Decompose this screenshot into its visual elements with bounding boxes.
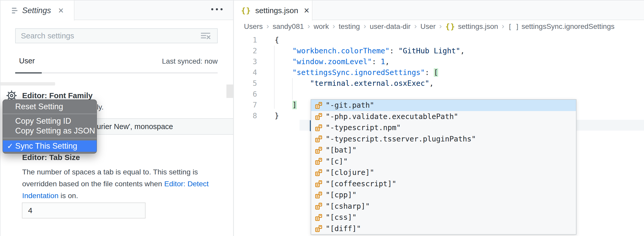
symbol-enum-icon: [315, 191, 326, 199]
menu-item-sync-this-setting[interactable]: ✓Sync This Setting: [3, 140, 97, 152]
suggestion-label: "[bat]": [326, 146, 357, 154]
breadcrumb-separator-icon: ›: [308, 22, 310, 30]
checkmark-icon: ✓: [7, 142, 13, 150]
close-icon[interactable]: ×: [304, 6, 309, 15]
suggestion-label: "-php.validate.executablePath": [326, 112, 458, 121]
menu-item-copy-setting-id[interactable]: Copy Setting ID: [3, 116, 97, 126]
settings-tabbar: Settings ×: [1, 1, 234, 20]
json-braces-icon: {}: [445, 22, 455, 31]
settings-panel: Settings × User: [0, 1, 233, 236]
suggestion-item[interactable]: "-git.path": [311, 100, 576, 111]
active-tab-underline: [15, 72, 42, 73]
breadcrumb-label: testing: [339, 22, 360, 31]
suggestion-item[interactable]: "-php.validate.executablePath": [311, 111, 576, 122]
suggestion-item[interactable]: "-typescript.tsserver.pluginPaths": [311, 133, 576, 145]
symbol-enum-icon: [315, 202, 326, 210]
breadcrumb-label: settings.json: [458, 22, 498, 31]
breadcrumb-item-testing[interactable]: testing: [339, 22, 360, 31]
symbol-enum-icon: [315, 180, 326, 188]
suggestion-label: "[diff]": [326, 224, 361, 233]
breadcrumb-item-users[interactable]: Users: [244, 22, 263, 31]
breadcrumb-item-settings-json[interactable]: {}settings.json: [445, 22, 498, 31]
line-number: 4: [234, 67, 257, 78]
menu-item-label: Copy Setting ID: [15, 116, 71, 126]
scrolled-setting-remnant: [1, 82, 55, 86]
symbol-enum-icon: [315, 157, 326, 165]
breadcrumb-label: User: [420, 22, 436, 31]
tab-settings-json[interactable]: {} settings.json ×: [234, 1, 312, 21]
tab-size-input[interactable]: [22, 203, 146, 218]
sync-status-label: Last synced: now: [162, 57, 218, 65]
font-family-description-fragment: ly.: [97, 103, 104, 111]
line-number: 7: [234, 100, 257, 111]
tab-user-scope[interactable]: User: [19, 57, 35, 65]
breadcrumb-separator-icon: ›: [266, 22, 269, 30]
symbol-enum-icon: [315, 124, 326, 132]
symbol-enum-icon: [315, 214, 326, 221]
tab-size-description: The number of spaces a tab is equal to. …: [22, 166, 209, 201]
suggestion-item[interactable]: "-typescript.npm": [311, 122, 576, 133]
suggestion-label: "[csharp]": [326, 202, 370, 210]
array-brackets-icon: [ ]: [508, 23, 519, 31]
setting-context-menu: Reset SettingCopy Setting IDCopy Setting…: [3, 99, 97, 154]
menu-item-label: Sync This Setting: [15, 141, 77, 151]
settings-scope-row: User Last synced: now: [15, 54, 218, 73]
breadcrumb-item-user[interactable]: User: [420, 22, 436, 31]
suggestion-item[interactable]: "[coffeescript]": [311, 178, 576, 190]
code-line: "window.zoomLevel": 1,: [275, 56, 389, 67]
json-editor-panel: {} settings.json × Users›sandy081›work›t…: [233, 1, 644, 236]
suggestion-label: "[c]": [326, 157, 348, 166]
link-editor-detect-indentation[interactable]: Indentation: [22, 191, 58, 200]
breadcrumb-label: Users: [244, 22, 263, 31]
search-input[interactable]: [16, 29, 217, 43]
settings-search-box: [15, 28, 218, 43]
description-text: overridden based on the file contents wh…: [22, 180, 164, 188]
breadcrumb-item-sandy081[interactable]: sandy081: [273, 22, 304, 31]
symbol-enum-icon: [315, 102, 326, 109]
code-line: ]: [275, 100, 297, 111]
menu-item-copy-setting-as-json[interactable]: Copy Setting as JSON: [3, 126, 97, 136]
settings-scrollbar-thumb[interactable]: [226, 85, 233, 98]
menu-item-label: Copy Setting as JSON: [15, 126, 95, 136]
suggestion-label: "[clojure]": [326, 168, 374, 177]
suggestion-item[interactable]: "[clojure]": [311, 167, 576, 178]
suggestion-label: "[css]": [326, 213, 357, 222]
description-text: is on.: [58, 191, 78, 200]
link-editor-detect-indentation[interactable]: Editor: Detect: [164, 180, 209, 188]
vscode-window: Settings × User: [0, 0, 644, 236]
line-number: 6: [234, 89, 257, 100]
symbol-enum-icon: [315, 113, 326, 120]
suggestion-item[interactable]: "[cpp]": [311, 189, 576, 201]
breadcrumb-label: sandy081: [273, 22, 304, 31]
menu-item-reset-setting[interactable]: Reset Setting: [3, 102, 97, 112]
setting-title-font-family: Editor: Font Family: [22, 91, 92, 100]
more-actions-icon[interactable]: [211, 8, 223, 10]
description-text: The number of spaces a tab is equal to. …: [22, 168, 198, 176]
clear-filter-icon[interactable]: [201, 32, 211, 42]
suggestion-item[interactable]: "[css]": [311, 212, 576, 223]
tab-settings-json-title: settings.json: [255, 6, 298, 15]
breadcrumb-separator-icon: ›: [439, 22, 442, 30]
code-editor[interactable]: 1{2 "workbench.colorTheme": "GitHub Ligh…: [234, 31, 644, 236]
breadcrumb-separator-icon: ›: [414, 22, 417, 30]
line-number: 8: [234, 111, 257, 121]
suggestion-item[interactable]: "[csharp]": [311, 201, 576, 212]
tab-settings[interactable]: Settings ×: [1, 1, 74, 21]
line-number: 3: [234, 56, 257, 67]
suggestion-label: "-typescript.npm": [326, 123, 401, 132]
close-icon[interactable]: ×: [58, 6, 64, 15]
code-line: {: [275, 35, 279, 46]
suggestion-item[interactable]: "[diff]": [311, 223, 576, 234]
suggestion-item[interactable]: "[c]": [311, 156, 576, 167]
suggestion-item[interactable]: "[bat]": [311, 145, 576, 156]
suggestion-label: "-git.path": [326, 101, 374, 109]
breadcrumb-item-settingssync-ignoredsettings[interactable]: [ ]settingsSync.ignoredSettings: [508, 22, 615, 31]
suggestion-label: "-typescript.tsserver.pluginPaths": [326, 135, 476, 143]
breadcrumb-item-user-data-dir[interactable]: user-data-dir: [370, 22, 411, 31]
symbol-enum-icon: [315, 146, 326, 154]
breadcrumb: Users›sandy081›work›testing›user-data-di…: [244, 21, 615, 32]
code-line: "terminal.external.osxExec",: [275, 78, 434, 89]
line-number: 2: [234, 46, 257, 56]
line-number: 1: [234, 35, 257, 46]
breadcrumb-item-work[interactable]: work: [314, 22, 329, 31]
